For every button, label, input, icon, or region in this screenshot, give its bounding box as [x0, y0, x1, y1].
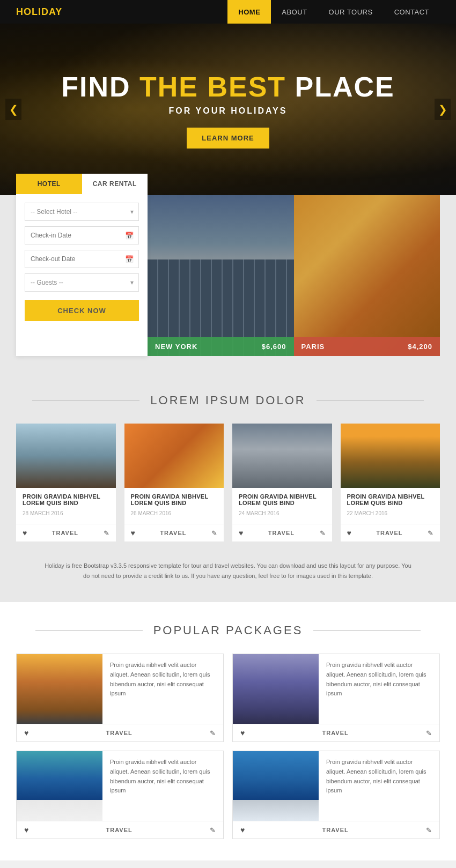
nav-tours[interactable]: OUR TOURS [318, 0, 384, 24]
pkg-body-1: Proin gravida nibhvell velit auctor aliq… [102, 654, 223, 724]
pkg-label-4: TRAVEL [245, 827, 426, 833]
hero-cta-button[interactable]: LEARN MORE [187, 128, 269, 149]
hero-title: FIND THE BEST PLACE [61, 71, 395, 103]
nav-contact[interactable]: CONTACT [384, 0, 440, 24]
hotel-select[interactable]: -- Select Hotel -- [25, 203, 139, 221]
dest-image-paris [294, 195, 440, 356]
travel-card-title-1: PROIN GRAVIDA NIBHVEL LOREM QUIS BIND [23, 493, 109, 506]
pkg-card-top-1: Proin gravida nibhvell velit auctor aliq… [17, 654, 223, 724]
hero-section: ❮ FIND THE BEST PLACE FOR YOUR HOLIDAYS … [0, 24, 456, 195]
pkg-card-top-3: Proin gravida nibhvell velit auctor aliq… [17, 751, 223, 821]
guests-select[interactable]: -- Guests -- [25, 273, 139, 292]
pkg-body-4: Proin gravida nibhvell velit auctor aliq… [319, 751, 439, 821]
pkg-edit-icon-1[interactable]: ✎ [210, 729, 216, 737]
travel-card-body-1: PROIN GRAVIDA NIBHVEL LOREM QUIS BIND 28… [16, 488, 116, 524]
heart-icon-2[interactable]: ♥ [131, 529, 135, 537]
edit-icon-4[interactable]: ✎ [428, 529, 433, 537]
pkg-label-3: TRAVEL [28, 827, 210, 833]
travel-card-footer-3: ♥ TRAVEL ✎ [232, 524, 332, 541]
checkin-wrapper: 📅 [25, 226, 139, 244]
pkg-img-1 [17, 654, 102, 724]
nav-home[interactable]: HOME [227, 0, 271, 24]
travel-card-img-1 [16, 424, 116, 488]
pkg-card-top-2: Proin gravida nibhvell velit auctor aliq… [233, 654, 439, 724]
travel-label-1: TRAVEL [27, 530, 103, 536]
hero-arrow-left[interactable]: ❮ [5, 99, 21, 120]
pkg-card-1: Proin gravida nibhvell velit auctor aliq… [16, 654, 224, 742]
travel-card-3: PROIN GRAVIDA NIBHVEL LOREM QUIS BIND 24… [232, 424, 332, 541]
tab-car-rental[interactable]: CAR RENTAL [82, 174, 148, 194]
section1-line-left [32, 400, 139, 401]
guests-select-wrapper: -- Guests -- [25, 273, 139, 292]
pkg-desc-1: Proin gravida nibhvell velit auctor aliq… [110, 661, 216, 698]
pkg-heart-icon-2[interactable]: ♥ [240, 729, 245, 737]
travel-card-title-3: PROIN GRAVIDA NIBHVEL LOREM QUIS BIND [239, 493, 326, 506]
edit-icon-2[interactable]: ✎ [211, 529, 217, 537]
travel-card-footer-2: ♥ TRAVEL ✎ [124, 524, 224, 541]
travel-label-2: TRAVEL [135, 530, 211, 536]
travel-card-body-4: PROIN GRAVIDA NIBHVEL LOREM QUIS BIND 22… [341, 488, 440, 524]
booking-panel: HOTEL CAR RENTAL -- Select Hotel -- 📅 📅 … [16, 174, 148, 356]
travel-cards: PROIN GRAVIDA NIBHVEL LOREM QUIS BIND 28… [0, 418, 456, 552]
travel-card-4: PROIN GRAVIDA NIBHVEL LOREM QUIS BIND 22… [341, 424, 440, 541]
travel-card-title-4: PROIN GRAVIDA NIBHVEL LOREM QUIS BIND [347, 493, 434, 506]
travel-card-body-2: PROIN GRAVIDA NIBHVEL LOREM QUIS BIND 26… [124, 488, 224, 524]
dest-name-paris: PARIS [301, 343, 325, 351]
booking-tabs: HOTEL CAR RENTAL [16, 174, 148, 194]
check-now-button[interactable]: CHECK NOW [25, 300, 139, 321]
travel-label-4: TRAVEL [351, 530, 428, 536]
dest-name-ny: NEW YORK [155, 343, 197, 351]
section1-title-wrap: LOREM IPSUM DOLOR [0, 372, 456, 418]
hero-arrow-right[interactable]: ❯ [435, 99, 451, 120]
pkg-edit-icon-3[interactable]: ✎ [210, 826, 216, 834]
section2-title-wrap: POPULAR PACKAGES [16, 602, 440, 654]
travel-card-body-3: PROIN GRAVIDA NIBHVEL LOREM QUIS BIND 24… [232, 488, 332, 524]
brand: HOLIDAY [16, 6, 62, 18]
navbar: HOLIDAY HOME ABOUT OUR TOURS CONTACT [0, 0, 456, 24]
pkg-body-3: Proin gravida nibhvell velit auctor aliq… [102, 751, 223, 821]
pkg-heart-icon-4[interactable]: ♥ [240, 826, 245, 834]
popular-packages-section: POPULAR PACKAGES Proin gravida nibhvell … [0, 602, 456, 860]
checkin-calendar-icon: 📅 [125, 232, 134, 240]
heart-icon-1[interactable]: ♥ [23, 529, 27, 537]
checkout-input[interactable] [25, 250, 139, 268]
dest-image-ny [148, 195, 294, 356]
travel-card-date-3: 24 MARCH 2016 [239, 510, 326, 516]
dest-price-paris: $4,200 [408, 343, 432, 351]
pkg-edit-icon-4[interactable]: ✎ [426, 826, 432, 834]
hero-title-white2: PLACE [286, 71, 395, 102]
pkg-heart-icon-3[interactable]: ♥ [24, 826, 28, 834]
section2-line-left [35, 630, 143, 631]
pkg-desc-2: Proin gravida nibhvell velit auctor aliq… [326, 661, 432, 698]
pkg-heart-icon-1[interactable]: ♥ [24, 729, 28, 737]
pkg-card-4: Proin gravida nibhvell velit auctor aliq… [232, 751, 440, 839]
edit-icon-1[interactable]: ✎ [104, 529, 109, 537]
pkg-footer-1: ♥ TRAVEL ✎ [17, 724, 223, 741]
edit-icon-3[interactable]: ✎ [320, 529, 326, 537]
nav-links: HOME ABOUT OUR TOURS CONTACT [227, 0, 440, 24]
travel-card-title-2: PROIN GRAVIDA NIBHVEL LOREM QUIS BIND [131, 493, 218, 506]
nav-about[interactable]: ABOUT [271, 0, 318, 24]
dest-price-ny: $6,600 [262, 343, 286, 351]
heart-icon-3[interactable]: ♥ [239, 529, 243, 537]
travel-card-2: PROIN GRAVIDA NIBHVEL LOREM QUIS BIND 26… [124, 424, 224, 541]
pkg-footer-4: ♥ TRAVEL ✎ [233, 821, 439, 839]
travel-label-3: TRAVEL [243, 530, 319, 536]
travel-card-date-1: 28 MARCH 2016 [23, 510, 109, 516]
pkg-img-2 [233, 654, 319, 724]
travel-card-date-2: 26 MARCH 2016 [131, 510, 218, 516]
tab-hotel[interactable]: HOTEL [16, 174, 82, 194]
pkg-edit-icon-2[interactable]: ✎ [426, 729, 432, 737]
travel-card-date-4: 22 MARCH 2016 [347, 510, 434, 516]
pkg-img-4 [233, 751, 319, 821]
hotel-select-wrapper: -- Select Hotel -- [25, 203, 139, 221]
pkg-img-3 [17, 751, 102, 821]
checkin-input[interactable] [25, 226, 139, 244]
pkg-card-2: Proin gravida nibhvell velit auctor aliq… [232, 654, 440, 742]
pkg-footer-2: ♥ TRAVEL ✎ [233, 724, 439, 741]
packages-grid: Proin gravida nibhvell velit auctor aliq… [16, 654, 440, 839]
dest-card-ny: NEW YORK $6,600 [148, 195, 294, 356]
heart-icon-4[interactable]: ♥ [347, 529, 351, 537]
booking-section: HOTEL CAR RENTAL -- Select Hotel -- 📅 📅 … [0, 195, 456, 372]
travel-card-img-4 [341, 424, 440, 488]
